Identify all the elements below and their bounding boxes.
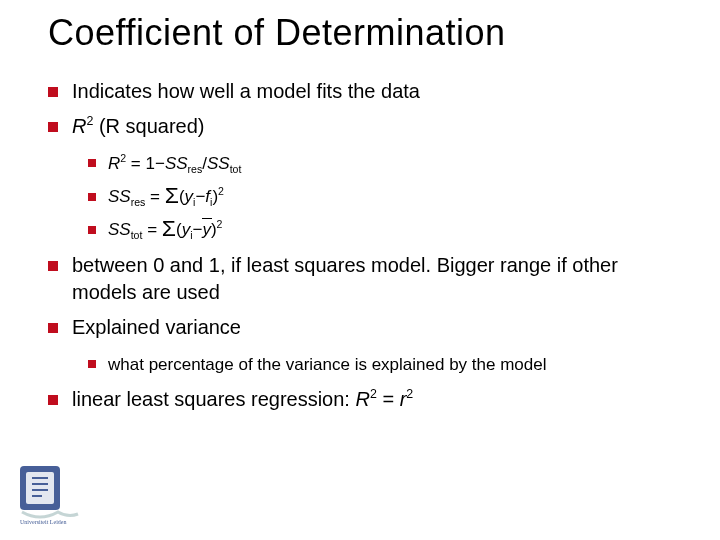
slide-title: Coefficient of Determination	[48, 12, 672, 54]
r-italic: R	[72, 115, 86, 137]
bullet-prefix: linear least squares regression:	[72, 388, 355, 410]
formula-r2-def: R2 = 1−SSres/SStot	[88, 150, 672, 177]
bullet-explained-variance: Explained variance what percentage of th…	[48, 314, 672, 378]
bullet-text: Explained variance	[72, 316, 241, 338]
b5-sup1: 2	[370, 387, 377, 401]
b5-sup2: 2	[406, 387, 413, 401]
eq1-eq: = 1−	[126, 154, 165, 173]
eq3-y: y	[182, 220, 191, 239]
eq2-y: y	[185, 187, 194, 206]
bullet-indicates: Indicates how well a model fits the data	[48, 78, 672, 105]
university-logo-icon: Universiteit Leiden	[14, 462, 84, 526]
eq2-ss: SS	[108, 187, 131, 206]
bullet-range: between 0 and 1, if least squares model.…	[48, 252, 672, 306]
eq3-eq: =	[142, 220, 161, 239]
eq1-ss1: SS	[165, 154, 188, 173]
formula-sstot: SStot = Σ(yi−y)2	[88, 216, 672, 243]
sigma-icon: Σ	[165, 182, 179, 208]
formula-ssres: SSres = Σ(yi−fi)2	[88, 183, 672, 210]
eq3-sub1: tot	[131, 230, 143, 242]
formula-list: R2 = 1−SSres/SStot SSres = Σ(yi−fi)2 SSt…	[88, 150, 672, 244]
svg-rect-0	[20, 466, 60, 510]
eq2-sub1: res	[131, 197, 146, 209]
eq3-minus: −	[192, 220, 202, 239]
bullet-r-squared: R2 (R squared) R2 = 1−SSres/SStot SSres …	[48, 113, 672, 244]
bullet-linear-ls: linear least squares regression: R2 = r2	[48, 386, 672, 413]
eq3-ss: SS	[108, 220, 131, 239]
b5-eq: =	[377, 388, 400, 410]
svg-text:Universiteit Leiden: Universiteit Leiden	[20, 519, 67, 525]
sigma-icon: Σ	[162, 216, 176, 242]
bullet-text: what percentage of the variance is expla…	[108, 355, 547, 374]
eq2-pow: 2	[218, 186, 224, 198]
slide-content: Coefficient of Determination Indicates h…	[0, 0, 720, 540]
svg-rect-1	[26, 472, 54, 504]
eq2-eq: =	[145, 187, 164, 206]
eq1-r: R	[108, 154, 120, 173]
bullet-text: Indicates how well a model fits the data	[72, 80, 420, 102]
bullet-list: Indicates how well a model fits the data…	[48, 78, 672, 413]
eq3-pow: 2	[217, 219, 223, 231]
eq2-minus: −	[195, 187, 205, 206]
b5-R: R	[355, 388, 369, 410]
bullet-text: between 0 and 1, if least squares model.…	[72, 254, 618, 303]
eq1-sub1: res	[188, 163, 203, 175]
explained-sub: what percentage of the variance is expla…	[88, 351, 672, 378]
eq1-ss2: SS	[207, 154, 230, 173]
explained-sublist: what percentage of the variance is expla…	[88, 351, 672, 378]
y-bar: y	[202, 216, 211, 243]
eq1-sub2: tot	[230, 163, 242, 175]
r-rest: (R squared)	[93, 115, 204, 137]
